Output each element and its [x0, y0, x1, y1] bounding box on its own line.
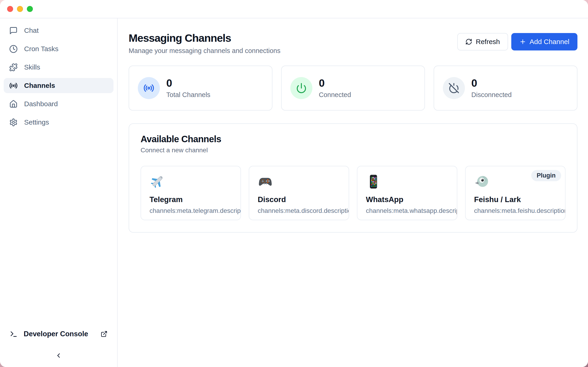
- chevron-left-icon: [55, 352, 62, 359]
- page-title: Messaging Channels: [129, 32, 280, 44]
- main-content: Messaging Channels Manage your messaging…: [118, 18, 588, 367]
- sidebar-item-chat[interactable]: Chat: [4, 23, 113, 38]
- developer-console-link[interactable]: Developer Console: [4, 327, 113, 341]
- stat-card-total-channels: 0 Total Channels: [129, 66, 272, 110]
- broadcast-icon: [9, 81, 18, 90]
- stat-value: 0: [319, 78, 351, 88]
- channel-card-telegram[interactable]: Telegram channels:meta.telegram.descript…: [141, 166, 241, 220]
- sidebar-item-label: Chat: [24, 27, 39, 34]
- chat-bubble-icon: [9, 26, 18, 35]
- puzzle-icon: [9, 63, 18, 72]
- sidebar-item-settings[interactable]: Settings: [4, 115, 113, 130]
- refresh-icon: [465, 38, 472, 45]
- gear-icon: [9, 118, 18, 127]
- stat-value: 0: [471, 78, 512, 88]
- stat-label: Connected: [319, 91, 351, 99]
- app-window: Chat Cron Tasks Skills: [0, 0, 588, 367]
- stat-icon-circle: [443, 77, 465, 99]
- power-off-icon: [448, 83, 459, 94]
- sidebar-item-skills[interactable]: Skills: [4, 60, 113, 75]
- sidebar-item-label: Skills: [24, 63, 40, 71]
- stat-icon-circle: [290, 77, 312, 99]
- sidebar-item-dashboard[interactable]: Dashboard: [4, 96, 113, 111]
- refresh-button-label: Refresh: [476, 38, 500, 46]
- zoom-button[interactable]: [27, 6, 33, 12]
- channels-grid: Telegram channels:meta.telegram.descript…: [141, 166, 565, 220]
- available-channels-subtitle: Connect a new channel: [141, 147, 565, 154]
- channel-description: channels:meta.whatsapp.descrip: [366, 207, 457, 215]
- sidebar-nav: Chat Cron Tasks Skills: [4, 23, 113, 130]
- page-subtitle: Manage your messaging channels and conne…: [129, 47, 280, 55]
- sidebar: Chat Cron Tasks Skills: [0, 18, 118, 367]
- sidebar-item-label: Dashboard: [24, 100, 58, 108]
- bird-emoji: [474, 174, 489, 189]
- developer-console-label: Developer Console: [24, 330, 88, 338]
- game-controller-emoji: [258, 174, 273, 189]
- sidebar-item-label: Settings: [24, 118, 49, 126]
- available-channels-title: Available Channels: [141, 134, 565, 144]
- stat-value: 0: [166, 78, 210, 88]
- channel-name: WhatsApp: [366, 195, 457, 204]
- channel-name: Discord: [258, 195, 349, 204]
- stat-card-disconnected: 0 Disconnected: [434, 66, 578, 110]
- minimize-button[interactable]: [17, 6, 23, 12]
- channel-card-discord[interactable]: Discord channels:meta.discord.descriptio: [249, 166, 349, 220]
- plugin-badge: Plugin: [531, 170, 561, 181]
- clock-icon: [9, 45, 18, 53]
- plus-icon: [519, 38, 526, 45]
- close-button[interactable]: [7, 6, 13, 12]
- sidebar-item-cron-tasks[interactable]: Cron Tasks: [4, 41, 113, 56]
- stat-label: Total Channels: [166, 91, 210, 99]
- titlebar: [0, 0, 588, 18]
- channel-card-whatsapp[interactable]: WhatsApp channels:meta.whatsapp.descrip: [357, 166, 457, 220]
- page-header: Messaging Channels Manage your messaging…: [129, 32, 578, 55]
- power-icon: [296, 83, 307, 94]
- jet-emoji: [149, 174, 165, 189]
- stat-card-connected: 0 Connected: [281, 66, 425, 110]
- channel-name: Telegram: [149, 195, 241, 204]
- stat-icon-circle: [138, 77, 160, 99]
- mobile-phone-emoji: [366, 174, 381, 189]
- add-channel-button-label: Add Channel: [530, 38, 569, 46]
- terminal-icon: [10, 330, 18, 338]
- available-channels-section: Available Channels Connect a new channel: [129, 123, 578, 233]
- sidebar-item-label: Cron Tasks: [24, 45, 59, 53]
- refresh-button[interactable]: Refresh: [457, 33, 508, 50]
- channel-description: channels:meta.discord.descriptio: [258, 207, 349, 215]
- sidebar-item-label: Channels: [24, 82, 55, 90]
- sidebar-footer: Developer Console: [4, 327, 113, 361]
- channel-description: channels:meta.feishu.description: [474, 207, 565, 215]
- sidebar-item-channels[interactable]: Channels: [4, 78, 113, 93]
- add-channel-button[interactable]: Add Channel: [511, 33, 578, 50]
- channel-description: channels:meta.telegram.descripti: [149, 207, 241, 215]
- channel-name: Feishu / Lark: [474, 195, 565, 204]
- sidebar-collapse-button[interactable]: [52, 350, 65, 361]
- external-link-icon[interactable]: [101, 331, 107, 337]
- home-icon: [9, 100, 18, 108]
- stat-label: Disconnected: [471, 91, 512, 99]
- channel-card-feishu-lark[interactable]: Plugin Feishu: [465, 166, 565, 220]
- stats-row: 0 Total Channels 0 Connected: [129, 66, 578, 110]
- broadcast-icon: [143, 83, 154, 94]
